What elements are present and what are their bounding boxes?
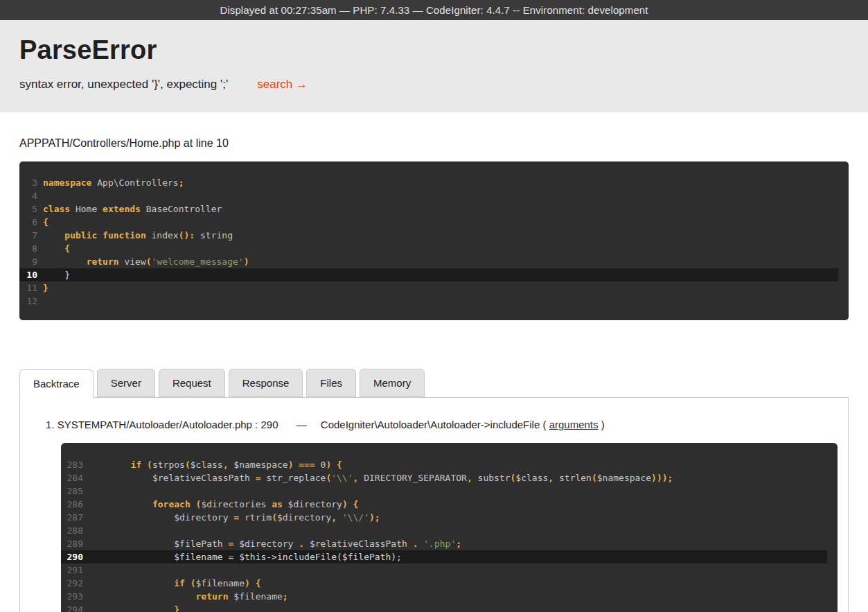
line-number: 10 bbox=[19, 268, 37, 281]
line-number: 4 bbox=[19, 189, 37, 202]
code-line-3: 3namespace App\Controllers; bbox=[19, 176, 838, 189]
backtrace-close-paren: ) bbox=[601, 419, 605, 430]
line-number: 284 bbox=[61, 471, 83, 484]
source-code-block: 3namespace App\Controllers;45class Home … bbox=[19, 161, 849, 320]
error-header: ParseError syntax error, unexpected '}',… bbox=[0, 20, 868, 112]
at-line-text: at line bbox=[180, 137, 216, 149]
line-number: 293 bbox=[61, 590, 83, 603]
arguments-toggle-link[interactable]: arguments bbox=[549, 419, 599, 430]
line-number: 283 bbox=[61, 458, 83, 471]
backtrace-panel: 1. SYSTEMPATH/Autoloader/Autoloader.php … bbox=[19, 397, 849, 612]
line-number: 286 bbox=[61, 498, 83, 511]
line-number: 12 bbox=[19, 295, 37, 308]
tab-bar: BacktraceServerRequestResponseFilesMemor… bbox=[19, 369, 849, 397]
backtrace-code-block: 283 if (strpos($class, $namespace) === 0… bbox=[61, 443, 838, 612]
line-number: 5 bbox=[19, 202, 37, 216]
backtrace-call: CodeIgniter\Autoloader\Autoloader->inclu… bbox=[321, 419, 547, 430]
tab-backtrace[interactable]: Backtrace bbox=[19, 369, 94, 398]
code-line-8: 8 { bbox=[19, 242, 838, 255]
code-line-288: 288 bbox=[61, 524, 827, 537]
source-file-path: APPPATH/Controllers/Home.php bbox=[19, 137, 180, 149]
line-number: 292 bbox=[61, 577, 83, 590]
code-line-12: 12 bbox=[19, 295, 838, 308]
source-location: APPPATH/Controllers/Home.php at line 10 bbox=[19, 137, 849, 150]
line-number: 7 bbox=[19, 229, 37, 242]
backtrace-item: 1. SYSTEMPATH/Autoloader/Autoloader.php … bbox=[46, 419, 838, 430]
line-number: 289 bbox=[61, 537, 83, 550]
code-line-291: 291 bbox=[61, 563, 827, 577]
line-number: 9 bbox=[19, 255, 37, 268]
line-number: 287 bbox=[61, 511, 83, 524]
line-number: 3 bbox=[19, 176, 37, 189]
line-number: 6 bbox=[19, 216, 37, 229]
backtrace-index: 1. bbox=[46, 419, 55, 430]
code-line-5: 5class Home extends BaseController bbox=[19, 202, 838, 216]
tab-response[interactable]: Response bbox=[229, 369, 303, 397]
tab-server[interactable]: Server bbox=[97, 369, 155, 397]
line-number: 290 bbox=[61, 550, 83, 563]
error-message: syntax error, unexpected '}', expecting … bbox=[19, 78, 228, 91]
code-line-4: 4 bbox=[19, 189, 838, 202]
line-number: 8 bbox=[19, 242, 37, 255]
code-line-9: 9 return view('welcome_message') bbox=[19, 255, 838, 268]
source-line-number: 10 bbox=[216, 137, 229, 149]
code-line-294: 294 } bbox=[61, 603, 827, 612]
environment-bar-text: Displayed at 00:27:35am — PHP: 7.4.33 — … bbox=[220, 4, 648, 16]
code-line-11: 11} bbox=[19, 281, 838, 295]
code-line-6: 6{ bbox=[19, 216, 838, 229]
code-line-7: 7 public function index(): string bbox=[19, 229, 838, 242]
tab-request[interactable]: Request bbox=[159, 369, 225, 397]
code-line-286: 286 foreach ($directories as $directory)… bbox=[61, 498, 827, 511]
line-number: 285 bbox=[61, 484, 83, 498]
search-link[interactable]: search → bbox=[257, 78, 308, 91]
line-number: 291 bbox=[61, 563, 83, 577]
line-number: 294 bbox=[61, 603, 83, 612]
line-number: 288 bbox=[61, 524, 83, 537]
backtrace-dash: — bbox=[296, 419, 307, 430]
highlighted-code-line-10: 10 } bbox=[19, 268, 838, 281]
code-line-283: 283 if (strpos($class, $namespace) === 0… bbox=[61, 458, 827, 471]
code-line-284: 284 $relativeClassPath = str_replace('\\… bbox=[61, 471, 827, 484]
error-details: APPPATH/Controllers/Home.php at line 10 … bbox=[0, 137, 868, 612]
code-line-293: 293 return $filename; bbox=[61, 590, 827, 603]
tab-files[interactable]: Files bbox=[306, 369, 356, 397]
code-line-289: 289 $filePath = $directory . $relativeCl… bbox=[61, 537, 827, 550]
code-line-287: 287 $directory = rtrim($directory, '\\/'… bbox=[61, 511, 827, 524]
line-number: 11 bbox=[19, 281, 37, 295]
code-line-292: 292 if ($filename) { bbox=[61, 577, 827, 590]
environment-bar: Displayed at 00:27:35am — PHP: 7.4.33 — … bbox=[0, 0, 868, 20]
code-line-285: 285 bbox=[61, 484, 827, 498]
highlighted-code-line-290: 290 $filename = $this->includeFile($file… bbox=[61, 550, 827, 563]
backtrace-file: SYSTEMPATH/Autoloader/Autoloader.php : 2… bbox=[57, 419, 278, 430]
error-title: ParseError bbox=[19, 35, 849, 65]
tab-memory[interactable]: Memory bbox=[360, 369, 425, 397]
